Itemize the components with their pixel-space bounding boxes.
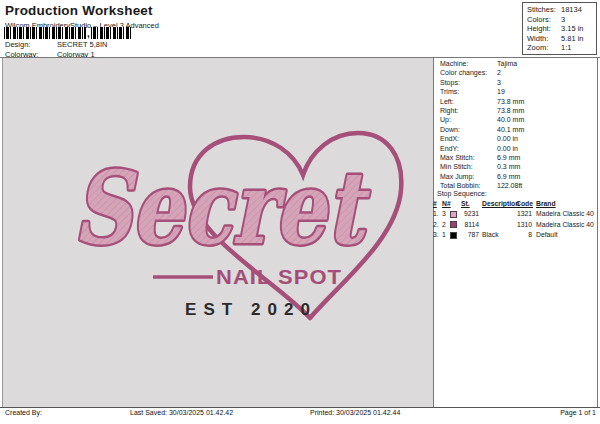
machine-info-row: Stops:3 [440,78,524,87]
footer-created-by: Created By: [5,409,42,416]
stop-sequence-row: 3. 1 787 Black 8 Default [433,230,597,240]
machine-info-row: EndY:0.00 in [440,144,524,153]
stat-row: Stitches:18134 [527,5,596,15]
footer-printed: Printed: 30/03/2025 01.42.44 [310,409,400,416]
thread-color-swatch [450,232,457,239]
thread-color-swatch [450,221,457,228]
design-stats-box: Stitches:18134 Colors:3 Height:3.15 in W… [522,2,597,55]
stop-sequence-table: # N# St. Description Code Brand 1. 3 923… [433,199,597,240]
footer-page-number: Page 1 of 1 [560,409,596,416]
machine-info-row: Right:73.8 mm [440,106,524,115]
footer-divider-line [0,407,600,408]
design-barcode: , [4,27,131,39]
stop-sequence-row: 2. 2 8114 1310 Madeira Classic 40 [433,220,597,230]
nail-spot-text: NAIL SPOT [216,265,342,288]
machine-info-row: Color changes:2 [440,68,524,77]
machine-info-row: Machine:Tajima [440,59,524,68]
embroidery-design: Secret NAIL SPOT EST 2020 [20,75,420,335]
machine-info-row: Down:40.1 mm [440,125,524,134]
stop-sequence-header-row: # N# St. Description Code Brand [433,199,597,209]
machine-info-row: Trims:19 [440,87,524,96]
barcode-segment-2 [91,27,131,39]
design-value: SECRET 5,8IN [57,40,107,49]
machine-info-row: EndX:0.00 in [440,134,524,143]
stat-row: Height:3.15 in [527,24,596,34]
est-text: EST 2020 [185,300,317,319]
machine-info-row: Max Stitch:6.9 mm [440,153,524,162]
production-worksheet-page: { "header": { "title": "Production Works… [0,0,600,424]
machine-info-row: Up:40.0 mm [440,115,524,124]
stop-sequence-title: Stop Sequence: [437,190,487,197]
page-title: Production Worksheet [5,3,153,18]
design-label: Design: [5,40,55,49]
stat-row: Colors:3 [527,15,596,25]
machine-info-panel: Machine:Tajima Color changes:2 Stops:3 T… [440,59,524,190]
barcode-segment-1 [4,27,86,39]
design-name-row: Design: SECRET 5,8IN [5,40,107,49]
right-panel-border [597,57,598,407]
stop-sequence-row: 1. 3 9231 1321 Madeira Classic 40 [433,209,597,219]
machine-info-row: Min Stitch:0.3 mm [440,162,524,171]
machine-info-row: Max Jump:6.9 mm [440,172,524,181]
machine-info-row: Left:73.8 mm [440,97,524,106]
thread-color-swatch [450,211,457,218]
script-text: Secret [73,149,370,267]
footer-last-saved: Last Saved: 30/03/2025 01.42.42 [130,409,233,416]
stat-row: Width:5.81 in [527,34,596,44]
stat-row: Zoom:1:1 [527,43,596,53]
